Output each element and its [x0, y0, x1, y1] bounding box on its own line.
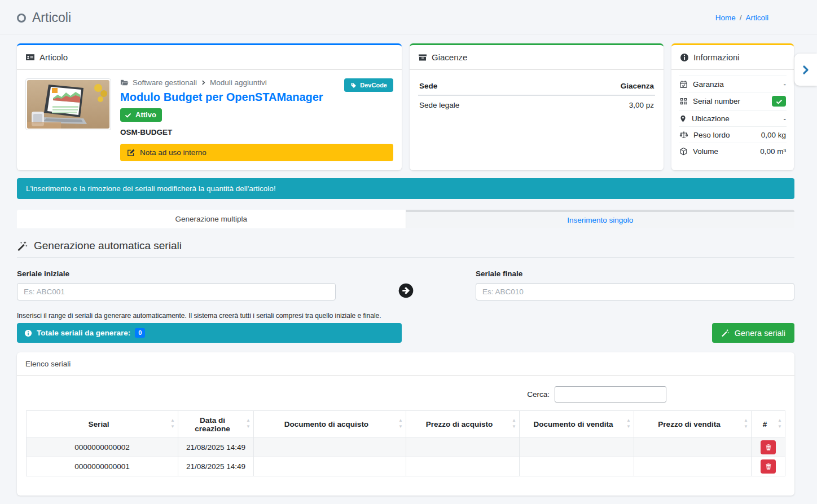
trash-icon: [765, 463, 772, 470]
info-card-title: Informazioni: [693, 52, 740, 62]
column-header-doc-acquisto[interactable]: Documento di acquisto: [254, 411, 406, 438]
stock-col-sede: Sede: [418, 78, 547, 95]
id-card-icon: [25, 52, 35, 62]
search-label: Cerca:: [527, 390, 550, 399]
column-header-data-creazione[interactable]: Data di creazione: [178, 411, 254, 438]
serial-list-header: Elenco seriali: [17, 352, 794, 376]
magic-wand-icon: [721, 329, 730, 337]
serial-list-card: Elenco seriali Cerca: Serial Data di cre…: [17, 352, 794, 496]
category-parent: Software gestionali: [133, 78, 197, 87]
check-icon: [776, 98, 783, 105]
info-value: -: [784, 80, 787, 89]
start-serial-label: Seriale iniziale: [17, 269, 336, 278]
angle-right-icon: [201, 79, 206, 86]
generator-help-text: Inserisci il range di seriali da generar…: [17, 312, 794, 320]
stock-table: Sede Giacenza Sede legale 3,00 pz: [418, 78, 655, 114]
tag-icon: [350, 82, 357, 89]
table-search: Cerca:: [26, 386, 666, 403]
brand-badge[interactable]: DevCode: [344, 78, 393, 92]
info-row-peso-lordo: Peso lordo 0,00 kg: [679, 126, 787, 143]
box-icon: [418, 53, 427, 62]
prezzo-vendita-value: [634, 438, 752, 457]
check-icon: [125, 112, 131, 118]
search-input[interactable]: [555, 386, 666, 403]
category-child: Moduli aggiuntivi: [210, 78, 267, 87]
qrcode-icon: [679, 97, 688, 105]
calendar-check-icon: [679, 80, 688, 89]
column-header-prezzo-vendita[interactable]: Prezzo di vendita: [634, 411, 752, 438]
delete-serial-button[interactable]: [761, 440, 776, 454]
doc-vendita-value: [520, 457, 634, 476]
panel-toggle-button[interactable]: [794, 54, 817, 86]
info-row-volume: Volume 0,00 m³: [679, 143, 787, 159]
folder-icon: [120, 78, 129, 87]
generator-heading: Generazione automatica seriali: [17, 240, 794, 258]
arrow-circle-right-icon: [398, 283, 414, 298]
stock-sede-value: Sede legale: [418, 95, 547, 114]
page-title-text: Articoli: [32, 10, 71, 25]
serial-number-checkbox[interactable]: [772, 96, 786, 107]
article-title-link[interactable]: Modulo Budget per OpenSTAManager: [120, 91, 323, 104]
info-row-garanzia: Garanzia -: [679, 76, 787, 92]
stock-card-header: Giacenze: [410, 45, 664, 70]
end-serial-label: Seriale finale: [476, 269, 794, 278]
prezzo-vendita-value: [634, 457, 752, 476]
info-row-serial-number: Serial number: [679, 92, 787, 110]
internal-note-button[interactable]: Nota ad uso interno: [120, 144, 393, 161]
serials-table-header-row: Serial Data di creazione Documento di ac…: [27, 411, 785, 438]
breadcrumb: Home / Articoli: [715, 14, 768, 22]
info-label: Peso lordo: [693, 131, 730, 139]
stock-card: Giacenze Sede Giacenza Sede legale 3,00 …: [410, 43, 664, 170]
column-header-serial[interactable]: Serial: [27, 411, 178, 438]
created-value: 21/08/2025 14:49: [178, 438, 254, 457]
info-label: Serial number: [693, 97, 740, 105]
circle-icon: [17, 14, 26, 23]
end-serial-input[interactable]: [476, 283, 794, 300]
cube-icon: [679, 147, 688, 156]
generate-serials-button[interactable]: Genera seriali: [712, 323, 794, 343]
serials-table: Serial Data di creazione Documento di ac…: [26, 410, 785, 476]
total-serials-bar: Totale seriali da generare: 0: [17, 323, 402, 343]
column-header-doc-vendita[interactable]: Documento di vendita: [520, 411, 634, 438]
serial-row: 0000000000001 21/08/2025 14:49: [27, 457, 785, 476]
top-cards-row: Articolo: [17, 43, 794, 170]
article-card-header: Articolo: [17, 45, 402, 70]
stock-card-title: Giacenze: [432, 52, 467, 62]
stock-col-giacenza: Giacenza: [547, 78, 655, 95]
edit-icon: [127, 149, 135, 157]
info-value: -: [784, 114, 787, 123]
info-row-ubicazione: Ubicazione -: [679, 110, 787, 126]
status-badge: Attivo: [120, 108, 162, 122]
column-header-prezzo-acquisto[interactable]: Prezzo di acquisto: [406, 411, 520, 438]
doc-acquisto-value: [254, 438, 406, 457]
breadcrumb-separator: /: [740, 14, 742, 22]
tab-inserimento-singolo[interactable]: Inserimento singolo: [406, 210, 795, 228]
generator-form: Seriale iniziale Seriale finale: [17, 269, 794, 300]
scale-icon: [679, 131, 688, 139]
breadcrumb-current-link[interactable]: Articoli: [745, 14, 768, 22]
breadcrumb-home-link[interactable]: Home: [715, 14, 736, 22]
page-title: Articoli: [17, 10, 71, 25]
doc-acquisto-value: [254, 457, 406, 476]
magic-wand-icon: [17, 241, 28, 251]
start-serial-input[interactable]: [17, 283, 336, 300]
serials-alert: L'inserimento e la rimozione dei seriali…: [17, 178, 794, 199]
column-header-actions[interactable]: #: [752, 411, 785, 438]
info-value: 0,00 kg: [761, 131, 786, 139]
info-label: Garanzia: [693, 80, 724, 89]
map-marker-icon: [679, 114, 687, 123]
info-value: 0,00 m³: [760, 147, 786, 156]
tab-generazione-multipla[interactable]: Generazione multipla: [17, 210, 406, 228]
created-value: 21/08/2025 14:49: [178, 457, 254, 476]
article-card-title: Articolo: [39, 52, 68, 62]
total-serials-label: Totale seriali da generare:: [37, 329, 130, 337]
serial-value: 0000000000001: [27, 457, 178, 476]
prezzo-acquisto-value: [406, 438, 520, 457]
article-image[interactable]: [25, 78, 111, 130]
content-header: Articoli Home / Articoli: [0, 0, 817, 34]
delete-serial-button[interactable]: [761, 459, 776, 474]
serial-tabs: Generazione multipla Inserimento singolo: [17, 210, 794, 228]
stock-giacenza-value: 3,00 pz: [547, 95, 655, 114]
total-serials-count: 0: [135, 328, 145, 338]
serial-row: 0000000000002 21/08/2025 14:49: [27, 438, 785, 457]
